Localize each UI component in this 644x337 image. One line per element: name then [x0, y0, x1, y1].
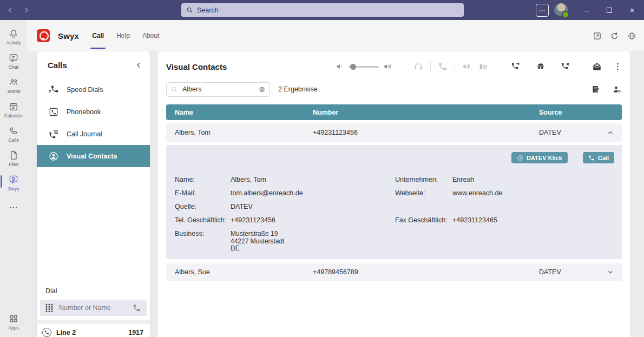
- contact-source: DATEV: [539, 268, 599, 276]
- line-2-row[interactable]: Line 2 1917: [37, 324, 150, 337]
- popout-window-icon[interactable]: [593, 31, 602, 41]
- contact-number: +49231123456: [313, 129, 539, 136]
- voicemail-icon[interactable]: [589, 62, 605, 71]
- rail-label: Teams: [6, 89, 20, 94]
- col-number: Number: [313, 109, 539, 116]
- app-title: Swyx: [58, 31, 79, 41]
- apps-grid-icon: [8, 313, 19, 324]
- contact-detail-card: DATEV Klick Call Name:Albers, Tom E-Mail…: [166, 145, 622, 259]
- volume-up-icon[interactable]: [383, 62, 392, 71]
- rail-label: Chat: [9, 64, 18, 70]
- phone-icon: [588, 155, 595, 161]
- tab-help[interactable]: Help: [116, 30, 130, 42]
- teams-app-rail: Activity Chat Teams Calendar Calls Files…: [0, 20, 27, 337]
- search-icon: [186, 6, 193, 14]
- sidebar-item-visual-contacts[interactable]: Visual Contacts: [37, 145, 150, 167]
- add-contact-settings-icon[interactable]: [612, 84, 622, 94]
- field-label: Name:: [175, 173, 231, 187]
- bell-icon: [8, 28, 19, 39]
- swyx-app-header: Swyx Call Help About: [27, 20, 644, 51]
- dial-call-icon[interactable]: [133, 303, 141, 312]
- swyx-logo: [37, 29, 50, 42]
- speakerphone-mic-icon[interactable]: [459, 62, 475, 71]
- search-placeholder: Search: [197, 6, 219, 14]
- maximize-button[interactable]: [601, 0, 618, 20]
- user-avatar[interactable]: [554, 3, 568, 17]
- call-forward-icon[interactable]: [508, 62, 524, 71]
- close-button[interactable]: ×: [623, 0, 641, 20]
- sidebar-item-speed-dials[interactable]: Speed Dials: [37, 78, 150, 101]
- field-value: Albers, Tom: [231, 173, 266, 187]
- call-journal-icon: [48, 129, 59, 140]
- field-value: DATEV: [231, 200, 253, 214]
- reject-call-icon[interactable]: [557, 62, 574, 71]
- calls-sidebar-panel: Calls Speed Dials Phonebook Call Journal…: [37, 51, 150, 337]
- table-row-albers-tom[interactable]: Albers, Tom +49231123456 DATEV: [166, 123, 622, 142]
- col-name: Name: [175, 109, 313, 116]
- page-title: Visual Contacts: [166, 62, 227, 71]
- teams-search-input[interactable]: Search: [181, 3, 464, 17]
- contacts-table: Name Number Source Albers, Tom +49231123…: [166, 104, 622, 281]
- clear-search-icon[interactable]: ⊗: [259, 85, 265, 93]
- field-label: Quelle:: [175, 200, 231, 214]
- titlebar-more-button[interactable]: ...: [536, 4, 549, 17]
- speed-dial-icon: [48, 84, 59, 95]
- phone-icon: [8, 125, 19, 136]
- dial-input[interactable]: Number or Name: [40, 300, 147, 316]
- nav-back-icon[interactable]: [6, 6, 14, 14]
- volume-slider[interactable]: [349, 66, 379, 68]
- field-label: Tel. Geschäftlich:: [175, 214, 231, 227]
- minimize-button[interactable]: –: [578, 0, 595, 20]
- people-icon: [8, 77, 19, 88]
- volume-slider-knob[interactable]: [350, 64, 356, 70]
- contact-circle-icon: [48, 151, 59, 162]
- call-button[interactable]: Call: [583, 152, 614, 163]
- rail-more-button[interactable]: [0, 200, 27, 215]
- rail-item-chat[interactable]: Chat: [0, 49, 27, 73]
- handset-icon[interactable]: [435, 62, 451, 71]
- sidebar-item-phonebook[interactable]: Phonebook: [37, 101, 150, 123]
- rail-label: Apps: [8, 325, 18, 331]
- globe-icon[interactable]: [627, 31, 636, 41]
- field-value: +49231123456: [231, 214, 275, 227]
- rail-item-teams[interactable]: Teams: [0, 73, 27, 97]
- chevron-down-icon[interactable]: [607, 268, 614, 276]
- sidebar-item-label: Phonebook: [67, 108, 101, 116]
- field-label: Unternehmen:: [395, 173, 452, 187]
- file-icon: [8, 150, 19, 161]
- contact-name: Albers, Tom: [175, 129, 313, 136]
- tab-about[interactable]: About: [142, 30, 159, 42]
- sidebar-item-label: Visual Contacts: [67, 153, 117, 160]
- sidebar-item-call-journal[interactable]: Call Journal: [37, 123, 150, 145]
- contact-search-input[interactable]: Albers ⊗: [166, 82, 270, 97]
- tab-call[interactable]: Call: [92, 30, 104, 42]
- field-value: Enreah: [452, 173, 474, 187]
- headset-icon[interactable]: [410, 62, 426, 71]
- deskphone-icon[interactable]: [475, 62, 491, 71]
- swyx-bubble-icon: [8, 174, 19, 185]
- volume-down-icon[interactable]: [336, 62, 344, 71]
- table-row-albers-sue[interactable]: Albers, Sue +49789456789 DATEV: [166, 263, 622, 281]
- refresh-icon[interactable]: [610, 31, 619, 41]
- rail-item-calendar[interactable]: Calendar: [0, 97, 27, 122]
- rail-label: Swyx: [8, 186, 19, 191]
- field-label: Fax Geschäftlich:: [395, 214, 452, 227]
- dialpad-icon: [45, 303, 53, 312]
- datev-klick-button[interactable]: DATEV Klick: [511, 152, 568, 163]
- rail-item-files[interactable]: Files: [0, 146, 27, 170]
- business-address: Musterstraße 19 44227 Musterstadt DE: [231, 227, 284, 253]
- rail-item-apps[interactable]: Apps: [0, 309, 27, 334]
- edit-journal-icon[interactable]: [591, 84, 601, 94]
- chevron-up-icon[interactable]: [607, 129, 614, 136]
- teams-titlebar: Search ... – ×: [0, 0, 644, 20]
- nav-forward-icon[interactable]: [23, 6, 30, 14]
- rail-item-activity[interactable]: Activity: [0, 24, 27, 49]
- rail-item-calls[interactable]: Calls: [0, 122, 27, 146]
- rail-item-swyx[interactable]: Swyx: [0, 170, 27, 195]
- collapse-panel-icon[interactable]: [135, 61, 143, 69]
- rail-label: Files: [9, 162, 18, 167]
- anonymous-call-icon[interactable]: [533, 62, 549, 71]
- sidebar-item-label: Call Journal: [67, 130, 102, 138]
- datev-klick-label: DATEV Klick: [527, 155, 562, 161]
- more-options-icon[interactable]: ⋮: [614, 64, 622, 69]
